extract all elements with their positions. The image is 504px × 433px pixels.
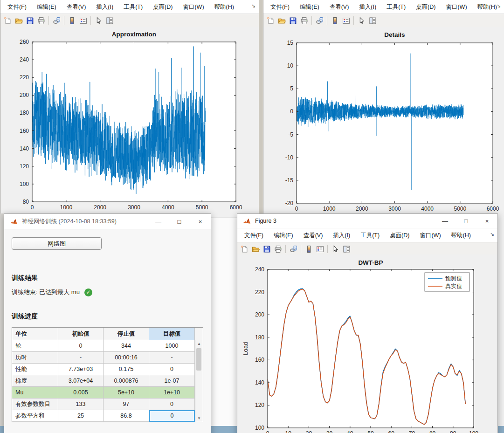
new-figure-icon[interactable] (239, 244, 250, 254)
menu-item-view[interactable]: 查看(V) (62, 0, 91, 14)
open-file-icon[interactable] (250, 244, 261, 254)
menu-item-insert[interactable]: 插入(I) (91, 0, 118, 14)
menu-item-window[interactable]: 窗口(W) (441, 0, 472, 14)
table-cell[interactable]: 历时 (12, 352, 58, 364)
menu-item-insert[interactable]: 插入(I) (354, 0, 381, 14)
table-cell[interactable]: 3.07e+04 (58, 375, 104, 387)
table-cell[interactable]: 1e+10 (149, 387, 195, 399)
table-cell[interactable]: - (58, 352, 104, 364)
table-cell[interactable]: 梯度 (12, 375, 58, 387)
menu-item-edit[interactable]: 编辑(E) (295, 0, 324, 14)
table-header-1[interactable]: 初始值 (58, 328, 104, 340)
table-cell[interactable]: 0.000876 (104, 375, 149, 387)
menu-item-view[interactable]: 查看(V) (324, 0, 354, 14)
menu-item-window[interactable]: 窗口(W) (178, 0, 209, 14)
property-inspector-icon[interactable] (341, 244, 352, 254)
table-cell[interactable]: 5e+10 (104, 387, 149, 399)
menu-overflow-icon[interactable]: ↘ (490, 231, 494, 237)
minimize-button[interactable]: — (148, 214, 169, 229)
link-plot-icon[interactable] (314, 15, 325, 26)
menu-item-tools[interactable]: 工具(T) (355, 229, 385, 242)
table-header-0[interactable]: 单位 (12, 328, 58, 340)
scrollbar-thumb[interactable] (196, 348, 201, 371)
menu-item-view[interactable]: 查看(V) (298, 229, 328, 242)
property-inspector-icon[interactable] (104, 15, 115, 26)
menu-item-tools[interactable]: 工具(T) (118, 0, 148, 14)
table-cell[interactable]: 有效参数数目 (12, 399, 58, 410)
insert-colorbar-icon[interactable] (329, 15, 340, 26)
table-cell[interactable]: 0.005 (58, 387, 104, 399)
menu-item-file[interactable]: 文件(F) (239, 229, 269, 242)
table-cell[interactable]: 7.73e+03 (58, 364, 104, 375)
open-file-icon[interactable] (276, 15, 287, 26)
table-cell[interactable]: Mu (12, 387, 58, 399)
edit-plot-icon[interactable] (93, 15, 104, 26)
new-figure-icon[interactable] (2, 15, 13, 26)
insert-colorbar-icon[interactable] (66, 15, 77, 26)
property-inspector-icon[interactable] (367, 15, 378, 26)
insert-colorbar-icon[interactable] (303, 244, 314, 254)
insert-legend-icon[interactable] (340, 15, 352, 26)
menu-item-help[interactable]: 帮助(H) (209, 0, 239, 14)
edit-plot-icon[interactable] (356, 15, 367, 26)
menu-item-file[interactable]: 文件(F) (2, 0, 32, 14)
table-cell[interactable]: 0.175 (104, 364, 149, 375)
scroll-up-icon[interactable]: ▲ (195, 340, 203, 347)
table-scrollbar[interactable]: ▲▼ (195, 340, 203, 422)
close-button[interactable]: × (190, 214, 211, 229)
network-diagram-button[interactable]: 网络图 (12, 237, 102, 250)
print-figure-icon[interactable] (298, 15, 310, 26)
title-bar[interactable]: Figure 3 — □ × (237, 214, 497, 228)
table-cell[interactable]: 0 (149, 410, 195, 422)
save-figure-icon[interactable] (261, 244, 272, 254)
link-plot-icon[interactable] (288, 244, 299, 254)
link-plot-icon[interactable] (51, 15, 62, 26)
insert-legend-icon[interactable] (314, 244, 325, 254)
table-header-2[interactable]: 停止值 (104, 328, 149, 340)
print-figure-icon[interactable] (272, 244, 283, 254)
menu-item-desktop[interactable]: 桌面(D) (148, 0, 178, 14)
table-cell[interactable]: 25 (58, 410, 104, 422)
save-figure-icon[interactable] (24, 15, 35, 26)
table-cell[interactable]: 1000 (149, 340, 195, 352)
menu-item-desktop[interactable]: 桌面(D) (385, 229, 414, 242)
table-cell[interactable]: 1e-07 (149, 375, 195, 387)
new-figure-icon[interactable] (265, 15, 276, 26)
scroll-down-icon[interactable]: ▼ (195, 415, 203, 422)
menu-item-tools[interactable]: 工具(T) (381, 0, 411, 14)
menu-item-window[interactable]: 窗口(W) (414, 229, 446, 242)
save-figure-icon[interactable] (287, 15, 298, 26)
table-cell[interactable]: 86.8 (104, 410, 149, 422)
table-cell[interactable]: 00:00:16 (104, 352, 149, 364)
table-cell[interactable]: 0 (149, 364, 195, 375)
maximize-button[interactable]: □ (169, 214, 190, 229)
table-cell[interactable]: 性能 (12, 364, 58, 375)
menu-item-desktop[interactable]: 桌面(D) (411, 0, 441, 14)
table-cell[interactable]: 0 (58, 340, 104, 352)
open-file-icon[interactable] (13, 15, 24, 26)
table-cell[interactable]: - (149, 352, 195, 364)
menu-item-edit[interactable]: 编辑(E) (269, 229, 298, 242)
table-header-3[interactable]: 目标值 (149, 328, 195, 340)
menu-item-help[interactable]: 帮助(H) (446, 229, 476, 242)
close-button[interactable]: × (476, 214, 497, 228)
table-cell[interactable]: 344 (104, 340, 149, 352)
menu-overflow-icon[interactable]: ↘ (251, 3, 255, 9)
maximize-button[interactable]: □ (456, 214, 476, 228)
print-figure-icon[interactable] (35, 15, 47, 26)
minimize-button[interactable]: — (435, 214, 456, 228)
table-cell[interactable]: 0 (149, 399, 195, 410)
insert-legend-icon[interactable] (77, 15, 89, 26)
title-bar[interactable]: 神经网络训练 (2024-10-08 18:33:59) — □ × (4, 214, 211, 229)
menu-item-edit[interactable]: 编辑(E) (32, 0, 62, 14)
table-cell[interactable]: 97 (104, 399, 149, 410)
menu-overflow-icon[interactable]: ↘ (497, 3, 501, 9)
table-cell[interactable]: 参数平方和 (12, 410, 58, 422)
menu-item-file[interactable]: 文件(F) (265, 0, 295, 14)
table-cell[interactable]: 133 (58, 399, 104, 410)
toolbar-separator (48, 16, 49, 25)
window-title: Figure 3 (255, 218, 276, 224)
menu-item-insert[interactable]: 插入(I) (328, 229, 355, 242)
edit-plot-icon[interactable] (330, 244, 341, 254)
table-cell[interactable]: 轮 (12, 340, 58, 352)
